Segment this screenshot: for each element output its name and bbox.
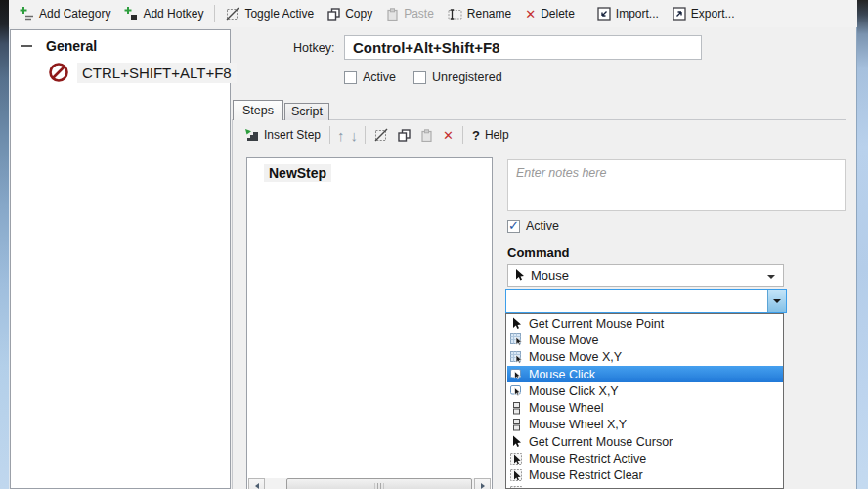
add-category-button[interactable]: Add Category [13,4,117,23]
command-combobox-dropdown-button[interactable] [767,290,786,312]
dropdown-item[interactable]: Get Current Mouse Cursor [507,433,783,450]
step-copy-button[interactable] [393,127,415,144]
notes-textarea[interactable] [507,159,846,211]
desktop-edge-left [0,0,10,489]
scroll-left-button[interactable] [248,478,265,489]
paste-button[interactable]: Paste [379,4,441,23]
hotkey-active-checkbox[interactable] [344,71,357,84]
main-toolbar: Add Category Add Hotkey Toggle Active Co… [9,0,857,27]
mouse-wheel-icon [510,402,523,415]
tree-root-label: General [46,38,97,54]
command-category-dropdown[interactable]: Mouse [507,264,784,287]
hotkey-input[interactable] [344,35,702,60]
delete-button[interactable]: ✕ Delete [518,4,582,23]
command-combobox-field[interactable] [506,290,767,312]
toggle-active-label: Toggle Active [244,7,314,21]
add-category-label: Add Category [39,7,110,21]
scrollbar-thumb[interactable] [286,478,472,489]
step-active-label: Active [526,219,559,233]
step-paste-button[interactable] [415,127,438,144]
scroll-left-icon [255,483,259,489]
delete-icon: ✕ [525,8,536,21]
insert-step-icon [244,128,259,142]
command-combobox[interactable] [505,289,787,313]
move-step-up-icon[interactable]: ↑ [334,127,348,144]
mouse-cursor-icon [514,269,525,282]
step-active-checkbox-row[interactable]: Active [507,219,559,233]
mouse-cursor-icon [510,317,523,330]
rename-icon [448,8,462,21]
scroll-right-button[interactable] [474,478,491,489]
dropdown-item-label: Mouse Wheel X,Y [529,418,627,431]
step-toolbar: Insert Step ↑ ↓ ✕ ? Help [239,124,514,146]
scrollbar-track[interactable] [265,478,474,489]
tree-item-general[interactable]: General [21,38,230,54]
hotkey-active-label: Active [363,70,396,84]
dropdown-item[interactable]: Mouse Restrict Clear [507,467,783,484]
insert-step-label: Insert Step [264,128,321,142]
desktop-edge-right [856,0,868,489]
dropdown-item[interactable]: Get Current Mouse Point [507,315,783,332]
tree-item-hotkey[interactable]: CTRL+SHIFT+ALT+F8 [48,62,230,83]
import-icon [597,7,611,21]
copy-button[interactable]: Copy [321,4,379,23]
dropdown-item[interactable]: Mouse Move X,Y [507,349,783,366]
mouse-wheel-icon [510,419,523,431]
scroll-right-icon [481,483,485,489]
chevron-down-icon [767,275,775,279]
toolbar-separator [586,5,586,22]
dropdown-item[interactable]: Mouse Click X,Y [507,382,783,399]
help-button[interactable]: ? Help [467,126,514,145]
steps-horizontal-scrollbar[interactable] [248,478,491,489]
dropdown-item[interactable]: Mouse Wheel [507,399,783,416]
hotkey-active-checkbox-row[interactable]: Active [344,70,396,84]
disabled-prohibition-icon [48,62,69,83]
mouse-click-icon [510,368,523,380]
dropdown-item-label: Mouse Restrict To Rectangle [529,486,685,489]
mouse-restrict-icon [510,453,523,466]
dropdown-item[interactable]: Mouse Restrict To Rectangle [507,484,783,489]
dropdown-item-label: Mouse Move [529,333,599,347]
command-section-label: Command [507,245,570,260]
import-button[interactable]: Import... [590,4,666,23]
steps-listbox[interactable]: NewStep [246,157,493,489]
step-list-item[interactable]: NewStep [264,164,331,182]
step-toggle-active-button[interactable] [369,126,393,144]
command-dropdown-list[interactable]: Get Current Mouse Point Mouse Move Mouse… [505,313,784,489]
collapse-expander-icon[interactable] [21,45,32,47]
dropdown-item-label: Mouse Restrict Clear [529,468,643,482]
dropdown-item[interactable]: Mouse Wheel X,Y [507,417,783,433]
tab-steps[interactable]: Steps [233,100,283,120]
unregistered-label: Unregistered [432,70,502,84]
dropdown-item[interactable]: Mouse Restrict Active [507,450,783,467]
add-hotkey-button[interactable]: Add Hotkey [117,4,210,23]
help-icon: ? [472,128,480,143]
unregistered-checkbox-row[interactable]: Unregistered [413,70,502,84]
step-toggle-active-icon [374,128,388,142]
add-category-icon [20,7,34,21]
tab-script[interactable]: Script [284,103,329,120]
step-active-checkbox[interactable] [507,220,520,233]
mouse-move-icon [510,351,523,364]
toggle-active-button[interactable]: Toggle Active [219,4,321,23]
tree-hotkey-label: CTRL+SHIFT+ALT+F8 [77,63,237,83]
unregistered-checkbox[interactable] [413,71,426,84]
move-step-down-icon[interactable]: ↓ [348,127,362,144]
chevron-down-icon [773,299,781,303]
toggle-active-icon [226,7,239,21]
import-label: Import... [616,7,659,21]
step-delete-button[interactable]: ✕ [438,127,458,144]
export-button[interactable]: Export... [666,4,742,23]
toolbar-separator [462,126,463,144]
paste-label: Paste [404,7,434,21]
dropdown-item-label: Mouse Click X,Y [529,384,619,398]
delete-label: Delete [541,7,575,21]
dropdown-item[interactable]: Mouse Move [507,332,783,348]
dropdown-item-selected[interactable]: Mouse Click [507,366,783,382]
insert-step-button[interactable]: Insert Step [239,126,326,144]
dropdown-item-label: Mouse Click [529,368,595,381]
toolbar-separator [365,126,366,144]
copy-icon [327,8,340,21]
rename-button[interactable]: Rename [441,4,518,23]
mouse-restrict-icon [510,469,523,482]
